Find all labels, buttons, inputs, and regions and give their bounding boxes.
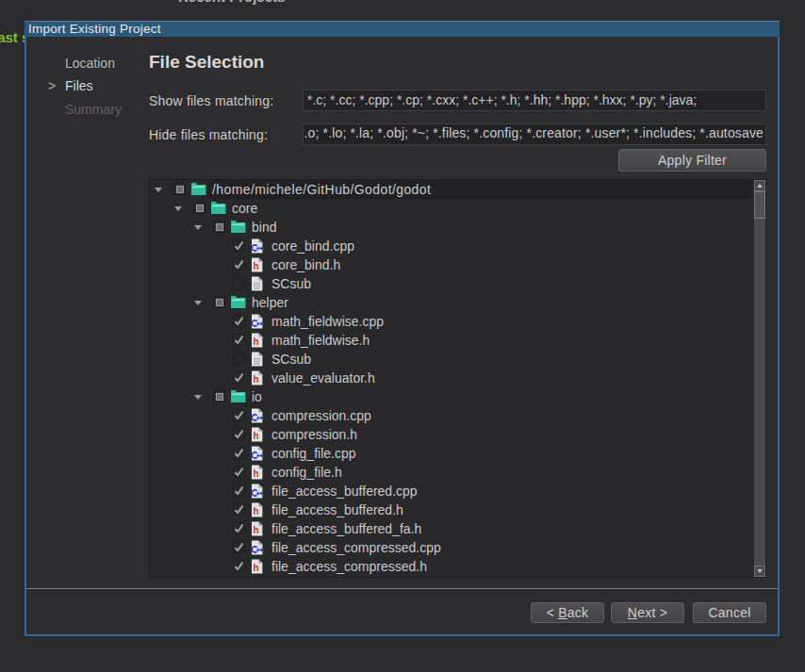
svg-text:h: h — [254, 261, 259, 271]
svg-text:h: h — [254, 525, 259, 535]
svg-text:h: h — [254, 468, 259, 479]
svg-text:h: h — [254, 563, 259, 573]
svg-text:h: h — [254, 374, 259, 385]
svg-text:h: h — [254, 506, 259, 516]
svg-text:h: h — [254, 336, 259, 347]
svg-text:h: h — [254, 431, 259, 441]
